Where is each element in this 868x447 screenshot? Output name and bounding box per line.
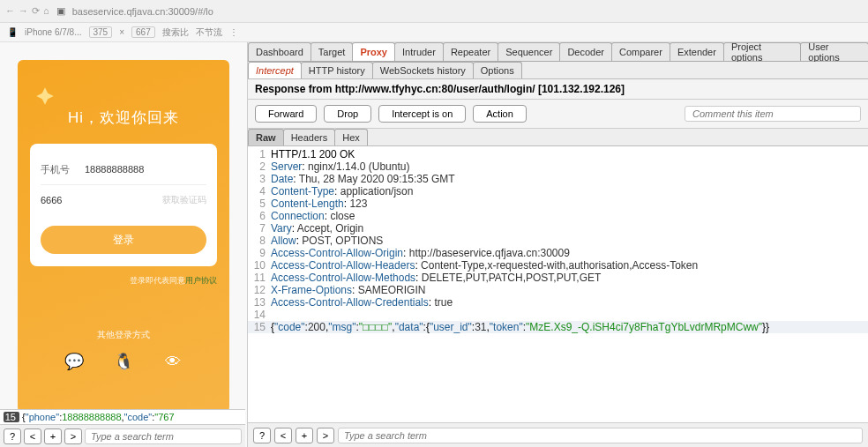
subtab-intercept[interactable]: Intercept [248, 62, 302, 78]
tab-repeater[interactable]: Repeater [443, 42, 498, 61]
response-line: 12X-Frame-Options: SAMEORIGIN [248, 284, 868, 296]
drop-button[interactable]: Drop [324, 105, 371, 123]
subtab-websockets-history[interactable]: WebSockets history [372, 62, 474, 78]
response-line: 7Vary: Accept, Origin [248, 222, 868, 235]
nav-arrows: ← → ⟳ ⌂ [5, 5, 49, 17]
intercept-toggle[interactable]: Intercept is on [378, 105, 466, 123]
help-icon[interactable]: ? [4, 428, 21, 444]
other-login-label: 其他登录方式 [97, 329, 150, 341]
weibo-icon[interactable]: 👁 [161, 350, 184, 373]
tab-proxy[interactable]: Proxy [352, 42, 395, 61]
bottom-search-bar: ? < + > [248, 422, 868, 447]
phone-screen: Hi，欢迎你回来 手机号 18888888888 6666 获取验证码 登录 登… [18, 60, 229, 413]
phone-row: 手机号 18888888888 [41, 156, 206, 183]
wechat-icon[interactable]: 💬 [63, 350, 86, 373]
response-line: 13Access-Control-Allow-Credentials: true [248, 296, 868, 309]
response-body[interactable]: 1HTTP/1.1 200 OK2Server: nginx/1.14.0 (U… [248, 146, 868, 422]
tab-extender[interactable]: Extender [670, 42, 724, 61]
response-line: 3Date: Thu, 28 May 2020 09:15:35 GMT [248, 173, 868, 185]
response-line: 5Content-Length: 123 [248, 197, 868, 210]
viewport-height[interactable]: 667 [131, 26, 155, 38]
response-line: 9Access-Control-Allow-Origin: http://bas… [248, 247, 868, 259]
divider [41, 184, 206, 185]
line-no: 15 [4, 412, 19, 422]
left-json-line: 15 {"phone":18888888888,"code":"767 [0, 410, 245, 424]
login-card: 手机号 18888888888 6666 获取验证码 登录 [30, 144, 217, 266]
response-line: 15{"code":200,"msg":"□□□□","data":{"user… [248, 321, 868, 333]
left-json-content: {"phone":18888888888,"code":"767 [19, 412, 175, 422]
forward-icon[interactable]: → [19, 5, 28, 17]
device-toolbar: 📱 iPhone 6/7/8... 375 × 667 搜索比 不节流 ⋮ [0, 23, 868, 42]
code-row: 6666 获取验证码 [41, 187, 206, 213]
help-icon[interactable]: ? [253, 428, 271, 443]
phone-value[interactable]: 18888888888 [78, 164, 206, 175]
prev-icon[interactable]: < [24, 428, 41, 444]
search-input[interactable] [338, 428, 863, 443]
response-line: 11Access-Control-Allow-Methods: DELETE,P… [248, 272, 868, 284]
response-line: 14 [248, 309, 868, 321]
device-icon[interactable]: 📱 [7, 27, 18, 37]
comment-input[interactable] [685, 106, 861, 122]
browser-toolbar: ← → ⟳ ⌂ ▣ baseservice.qfjava.cn:30009/#/… [0, 0, 868, 23]
viewtab-headers[interactable]: Headers [283, 129, 336, 145]
terms-link[interactable]: 用户协议 [185, 276, 217, 285]
zoom-hint: 搜索比 [162, 26, 189, 39]
action-bar: Forward Drop Intercept is on Action [248, 100, 868, 129]
tab-user-options[interactable]: User options [800, 42, 868, 61]
tab-dashboard[interactable]: Dashboard [248, 42, 311, 61]
action-button[interactable]: Action [473, 105, 527, 123]
view-tab-row: RawHeadersHex [248, 129, 868, 146]
response-line: 10Access-Control-Allow-Headers: Content-… [248, 259, 868, 272]
response-info: Response from http://www.tfyhyc.cn:80/us… [248, 79, 868, 100]
mobile-preview-pane: Hi，欢迎你回来 手机号 18888888888 6666 获取验证码 登录 登… [0, 42, 247, 447]
forward-button[interactable]: Forward [255, 105, 317, 123]
social-row: 💬 🐧 👁 [63, 350, 184, 373]
qq-icon[interactable]: 🐧 [112, 350, 135, 373]
code-value[interactable]: 6666 [41, 195, 162, 205]
add-icon[interactable]: + [296, 428, 313, 443]
prev-match-icon[interactable]: < [274, 428, 292, 443]
tab-comparer[interactable]: Comparer [611, 42, 670, 61]
left-bottom-snippet: 15 {"phone":18888888888,"code":"767 ? < … [0, 409, 245, 447]
sub-tab-row: InterceptHTTP historyWebSockets historyO… [248, 62, 868, 79]
response-line: 8Allow: POST, OPTIONS [248, 235, 868, 247]
response-line: 2Server: nginx/1.14.0 (Ubuntu) [248, 160, 868, 173]
tab-sequencer[interactable]: Sequencer [498, 42, 560, 61]
dim-sep: × [119, 27, 124, 37]
more-icon[interactable]: ⋮ [229, 27, 238, 37]
left-search-input[interactable] [85, 428, 242, 444]
response-line: 1HTTP/1.1 200 OK [248, 148, 868, 160]
home-icon[interactable]: ⌂ [43, 5, 49, 17]
url-text[interactable]: baseservice.qfjava.cn:30009/#/lo [72, 6, 213, 17]
device-name[interactable]: iPhone 6/7/8... [25, 27, 82, 37]
back-icon[interactable]: ← [5, 5, 15, 17]
get-code-button[interactable]: 获取验证码 [162, 194, 206, 206]
viewport-width[interactable]: 375 [89, 26, 113, 38]
subtab-options[interactable]: Options [473, 62, 522, 78]
response-line: 4Content-Type: application/json [248, 185, 868, 197]
phone-label: 手机号 [41, 163, 78, 176]
sparkle-icon [34, 85, 56, 108]
reload-icon[interactable]: ⟳ [32, 5, 40, 17]
main-tab-row: DashboardTargetProxyIntruderRepeaterSequ… [248, 42, 868, 62]
burp-pane: DashboardTargetProxyIntruderRepeaterSequ… [247, 42, 868, 447]
viewtab-hex[interactable]: Hex [334, 129, 368, 145]
tab-intruder[interactable]: Intruder [394, 42, 444, 61]
tab-project-options[interactable]: Project options [723, 42, 801, 61]
left-search-bar: ? < + > [0, 424, 245, 447]
tab-decoder[interactable]: Decoder [559, 42, 612, 61]
response-line: 6Connection: close [248, 210, 868, 222]
next-match-icon[interactable]: > [317, 428, 334, 443]
site-icon: ▣ [56, 5, 65, 17]
subtab-http-history[interactable]: HTTP history [301, 62, 373, 78]
login-button[interactable]: 登录 [41, 226, 206, 254]
greeting-text: Hi，欢迎你回来 [68, 108, 179, 128]
tab-target[interactable]: Target [311, 42, 354, 61]
terms-text: 登录即代表同意用户协议 [30, 275, 217, 287]
viewtab-raw[interactable]: Raw [248, 129, 284, 145]
throttle[interactable]: 不节流 [196, 26, 222, 39]
main-split: Hi，欢迎你回来 手机号 18888888888 6666 获取验证码 登录 登… [0, 42, 868, 447]
terms-prefix: 登录即代表同意 [130, 276, 185, 285]
add-icon[interactable]: + [44, 428, 62, 444]
next-icon[interactable]: > [64, 428, 82, 444]
